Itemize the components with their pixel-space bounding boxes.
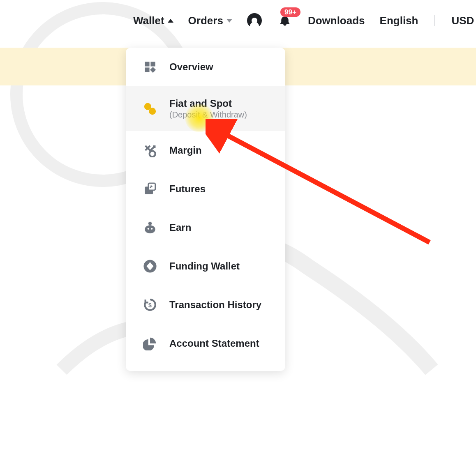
- fiat-spot-icon: [142, 101, 158, 117]
- svg-point-6: [150, 151, 155, 157]
- notifications-button[interactable]: 99+: [277, 12, 293, 29]
- svg-rect-2: [150, 62, 155, 66]
- dropdown-item-overview[interactable]: Overview: [126, 48, 285, 86]
- svg-point-12: [148, 228, 149, 230]
- funding-wallet-icon: [142, 258, 158, 274]
- svg-point-9: [145, 225, 155, 233]
- dropdown-item-futures[interactable]: Futures: [126, 170, 285, 208]
- earn-icon: [142, 220, 158, 235]
- dropdown-item-label: Transaction History: [169, 299, 261, 311]
- notification-badge: 99+: [280, 7, 300, 17]
- currency-selector[interactable]: USD: [451, 14, 474, 27]
- wallet-label: Wallet: [133, 14, 164, 27]
- caret-down-icon: [226, 19, 232, 23]
- dropdown-item-label: Earn: [169, 222, 191, 233]
- transaction-history-icon: $: [142, 297, 158, 313]
- svg-point-5: [149, 108, 156, 115]
- dropdown-item-transaction-history[interactable]: $ Transaction History: [126, 286, 285, 324]
- dropdown-item-label: Margin: [169, 145, 202, 156]
- svg-rect-1: [145, 62, 149, 66]
- downloads-label: Downloads: [308, 14, 365, 27]
- language-label: English: [380, 14, 418, 27]
- dropdown-item-margin[interactable]: Margin: [126, 131, 285, 170]
- dropdown-item-earn[interactable]: Earn: [126, 208, 285, 247]
- svg-rect-11: [150, 224, 151, 227]
- user-account-icon[interactable]: [247, 13, 262, 28]
- svg-rect-3: [145, 67, 149, 72]
- language-selector[interactable]: English: [380, 14, 418, 27]
- wallet-menu-trigger[interactable]: Wallet: [133, 14, 173, 27]
- wallet-dropdown: Overview Fiat and Spot (Deposit & Withdr…: [126, 48, 285, 371]
- dropdown-item-label: Futures: [169, 183, 206, 195]
- account-statement-icon: [142, 336, 158, 351]
- top-navigation: Wallet Orders 99+ Downloads English USD: [0, 12, 476, 29]
- caret-up-icon: [168, 19, 173, 23]
- svg-point-13: [151, 228, 153, 230]
- futures-icon: [142, 181, 158, 197]
- currency-label: USD: [451, 14, 474, 27]
- downloads-link[interactable]: Downloads: [308, 14, 365, 27]
- overview-icon: [142, 59, 158, 75]
- dropdown-item-label: Fiat and Spot: [169, 98, 247, 109]
- dropdown-item-label: Funding Wallet: [169, 260, 240, 272]
- dropdown-item-label: Overview: [169, 61, 213, 73]
- dropdown-item-sublabel: (Deposit & Withdraw): [169, 110, 247, 120]
- dropdown-item-account-statement[interactable]: Account Statement: [126, 324, 285, 363]
- dropdown-item-funding-wallet[interactable]: Funding Wallet: [126, 247, 285, 286]
- svg-text:$: $: [148, 302, 152, 309]
- dropdown-item-label: Account Statement: [169, 338, 259, 349]
- vertical-divider: [434, 15, 435, 26]
- orders-menu-trigger[interactable]: Orders: [188, 14, 232, 27]
- orders-label: Orders: [188, 14, 223, 27]
- margin-icon: [142, 143, 158, 158]
- dropdown-item-fiat-and-spot[interactable]: Fiat and Spot (Deposit & Withdraw): [126, 86, 285, 131]
